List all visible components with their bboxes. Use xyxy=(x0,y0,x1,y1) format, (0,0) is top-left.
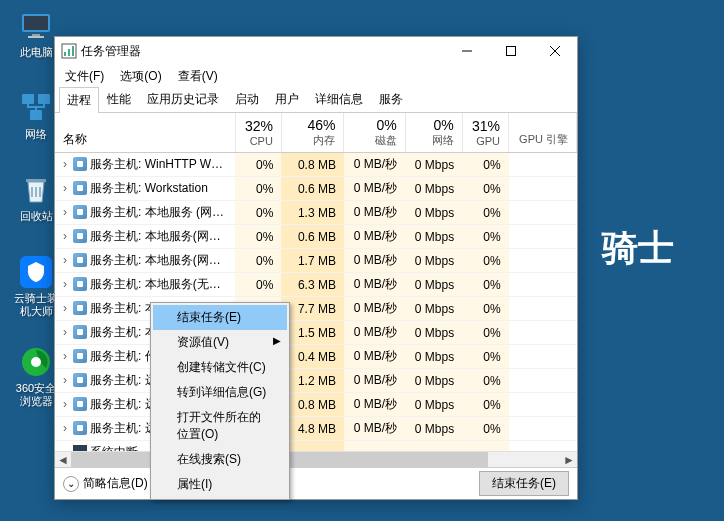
cell-gpu-engine xyxy=(509,417,577,441)
cell-gpu: 0% xyxy=(462,225,508,249)
context-menu-item[interactable]: 转到详细信息(G) xyxy=(153,380,287,405)
svg-rect-1 xyxy=(24,16,48,30)
maximize-button[interactable] xyxy=(489,37,533,65)
col-gpu[interactable]: 31%GPU xyxy=(462,113,508,153)
cell-gpu xyxy=(462,441,508,452)
tab-details[interactable]: 详细信息 xyxy=(307,86,371,112)
context-menu-item[interactable]: 结束任务(E) xyxy=(153,305,287,330)
table-row[interactable]: ›服务主机: 本地系统 (2)0%7.7 MB0 MB/秒0 Mbps0% xyxy=(55,297,577,321)
table-row[interactable]: ›服务主机: 远0%4.8 MB0 MB/秒0 Mbps0% xyxy=(55,417,577,441)
desktop-icon-label: 此电脑 xyxy=(12,46,60,59)
table-row[interactable]: ›服务主机: 本地服务(无网络) (3)0%6.3 MB0 MB/秒0 Mbps… xyxy=(55,273,577,297)
expand-icon[interactable]: › xyxy=(63,181,73,195)
cell-cpu: 0% xyxy=(235,273,281,297)
cell-gpu-engine xyxy=(509,345,577,369)
titlebar[interactable]: 任务管理器 xyxy=(55,37,577,65)
cell-gpu-engine xyxy=(509,225,577,249)
context-menu-item[interactable]: 打开文件所在的位置(O) xyxy=(153,405,287,447)
horizontal-scrollbar[interactable]: ◄ ► xyxy=(55,451,577,467)
pc-icon xyxy=(18,8,54,44)
close-button[interactable] xyxy=(533,37,577,65)
process-name: 服务主机: 远 xyxy=(90,373,157,387)
svg-rect-4 xyxy=(22,94,34,104)
expand-icon[interactable]: › xyxy=(63,397,73,411)
table-row[interactable]: ›服务主机: 本地服务(网络受限)0%1.7 MB0 MB/秒0 Mbps0% xyxy=(55,249,577,273)
context-menu-item[interactable]: 属性(I) xyxy=(153,472,287,497)
menu-options[interactable]: 选项(O) xyxy=(116,66,165,87)
cell-network: 0 Mbps xyxy=(405,225,462,249)
desktop-icon-recycle-bin[interactable]: 回收站 xyxy=(12,172,60,223)
scroll-left-button[interactable]: ◄ xyxy=(55,452,71,468)
tab-startup[interactable]: 启动 xyxy=(227,86,267,112)
expand-icon[interactable]: › xyxy=(63,349,73,363)
expand-icon[interactable]: › xyxy=(63,277,73,291)
cell-network: 0 Mbps xyxy=(405,393,462,417)
tab-users[interactable]: 用户 xyxy=(267,86,307,112)
expand-icon[interactable]: › xyxy=(63,229,73,243)
cell-cpu: 0% xyxy=(235,201,281,225)
service-icon xyxy=(73,325,87,339)
table-row[interactable]: 系统中断 xyxy=(55,441,577,452)
cell-memory: 1.5 MB xyxy=(281,321,344,345)
end-task-button[interactable]: 结束任务(E) xyxy=(479,471,569,496)
svg-rect-12 xyxy=(64,52,66,56)
cell-disk: 0 MB/秒 xyxy=(344,369,405,393)
cell-cpu: 0% xyxy=(235,177,281,201)
table-row[interactable]: ›服务主机: 作0%0.4 MB0 MB/秒0 Mbps0% xyxy=(55,345,577,369)
menu-file[interactable]: 文件(F) xyxy=(61,66,108,87)
cell-gpu: 0% xyxy=(462,273,508,297)
service-icon xyxy=(73,397,87,411)
expand-icon[interactable]: › xyxy=(63,373,73,387)
desktop-icon-this-pc[interactable]: 此电脑 xyxy=(12,8,60,59)
expand-icon[interactable]: › xyxy=(63,421,73,435)
col-network[interactable]: 0%网络 xyxy=(405,113,462,153)
cell-disk: 0 MB/秒 xyxy=(344,201,405,225)
table-row[interactable]: ›服务主机: Workstation0%0.6 MB0 MB/秒0 Mbps0% xyxy=(55,177,577,201)
cell-gpu-engine xyxy=(509,321,577,345)
table-row[interactable]: ›服务主机: 本地服务 (网络受限)0%1.3 MB0 MB/秒0 Mbps0% xyxy=(55,201,577,225)
expand-icon[interactable]: › xyxy=(63,205,73,219)
desktop-icon-label: 360安全浏览器 xyxy=(12,382,60,408)
background-text: 骑士 xyxy=(602,224,674,273)
minimize-button[interactable] xyxy=(445,37,489,65)
col-gpu-engine[interactable]: GPU 引擎 xyxy=(509,113,577,153)
process-table: 名称 32%CPU 46%内存 0%磁盘 0%网络 31%GPU GPU 引擎 … xyxy=(55,113,577,451)
table-row[interactable]: ›服务主机: 远0%0.8 MB0 MB/秒0 Mbps0% xyxy=(55,393,577,417)
expand-icon[interactable]: › xyxy=(63,301,73,315)
brief-info-label: 简略信息(D) xyxy=(83,475,148,492)
col-memory[interactable]: 46%内存 xyxy=(281,113,344,153)
cell-gpu: 0% xyxy=(462,393,508,417)
table-row[interactable]: ›服务主机: 本0%1.5 MB0 MB/秒0 Mbps0% xyxy=(55,321,577,345)
col-cpu[interactable]: 32%CPU xyxy=(235,113,281,153)
desktop-icon-network[interactable]: 网络 xyxy=(12,90,60,141)
cell-gpu-engine xyxy=(509,297,577,321)
cell-gpu: 0% xyxy=(462,249,508,273)
desktop-icon-browser-360[interactable]: 360安全浏览器 xyxy=(12,344,60,408)
context-menu-item[interactable]: 在线搜索(S) xyxy=(153,447,287,472)
tab-processes[interactable]: 进程 xyxy=(59,87,99,113)
tab-app-history[interactable]: 应用历史记录 xyxy=(139,86,227,112)
process-name: 服务主机: 远 xyxy=(90,421,157,435)
expand-icon[interactable]: › xyxy=(63,157,73,171)
menu-view[interactable]: 查看(V) xyxy=(174,66,222,87)
tab-services[interactable]: 服务 xyxy=(371,86,411,112)
context-menu-item[interactable]: 资源值(V)▶ xyxy=(153,330,287,355)
scroll-track[interactable] xyxy=(71,452,561,468)
cell-disk: 0 MB/秒 xyxy=(344,177,405,201)
cell-network: 0 Mbps xyxy=(405,249,462,273)
context-menu-item[interactable]: 创建转储文件(C) xyxy=(153,355,287,380)
table-row[interactable]: ›服务主机: 本地服务(网络受限)0%0.6 MB0 MB/秒0 Mbps0% xyxy=(55,225,577,249)
cell-memory: 1.3 MB xyxy=(281,201,344,225)
table-row[interactable]: ›服务主机: WinHTTP Web Prox...0%0.8 MB0 MB/秒… xyxy=(55,153,577,177)
cell-network: 0 Mbps xyxy=(405,273,462,297)
col-disk[interactable]: 0%磁盘 xyxy=(344,113,405,153)
col-name[interactable]: 名称 xyxy=(55,113,235,153)
expand-icon[interactable]: › xyxy=(63,253,73,267)
tab-performance[interactable]: 性能 xyxy=(99,86,139,112)
table-row[interactable]: ›服务主机: 远0%1.2 MB0 MB/秒0 Mbps0% xyxy=(55,369,577,393)
cell-disk: 0 MB/秒 xyxy=(344,225,405,249)
app-icon xyxy=(61,43,77,59)
scroll-right-button[interactable]: ► xyxy=(561,452,577,468)
expand-icon[interactable]: › xyxy=(63,325,73,339)
desktop-icon-yunqishi[interactable]: 云骑士装机大师 xyxy=(12,254,60,318)
